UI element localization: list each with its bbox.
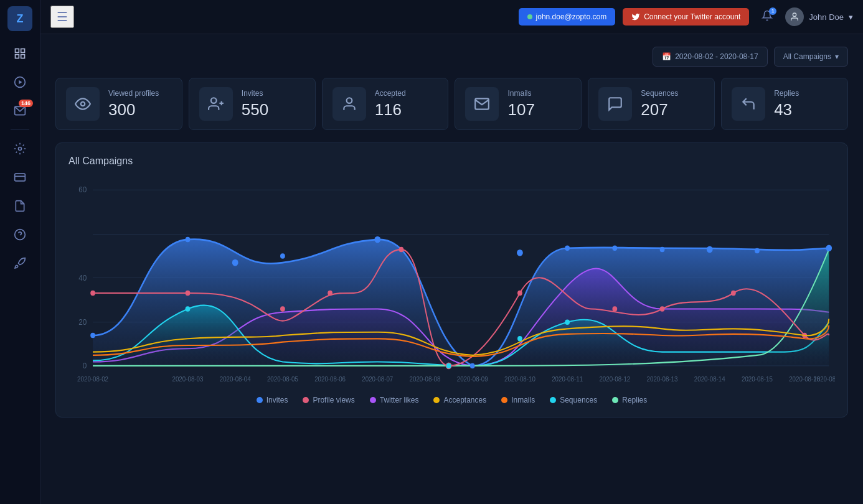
sidebar-item-settings[interactable] [6,136,34,161]
svg-text:2020-08-15: 2020-08-15 [742,376,773,383]
svg-text:60: 60 [78,185,87,195]
svg-point-46 [612,246,617,251]
date-range-button[interactable]: 📅 2020-08-02 - 2020-08-17 [653,47,767,67]
legend-invites: Invites [257,396,288,404]
stat-card-invites: Invites 550 [189,78,316,130]
svg-text:2020-08-13: 2020-08-13 [647,376,678,383]
svg-text:2020-08-11: 2020-08-11 [552,376,583,383]
svg-text:2020-08-06: 2020-08-06 [314,376,346,383]
viewed-label: Viewed profiles [108,89,159,98]
sidebar-item-billing[interactable] [6,165,34,190]
legend-invites-label: Invites [266,396,288,404]
accepted-icon-box [332,87,366,121]
svg-point-52 [446,363,451,369]
svg-point-42 [374,236,380,243]
user-name: John Doe [809,12,844,22]
stat-info-accepted: Accepted 116 [375,89,406,119]
chart-wrap: 60 40 20 0 [68,177,835,388]
notification-badge: 1 [769,7,776,15]
sequences-value: 207 [641,100,678,119]
svg-point-39 [186,237,191,243]
svg-text:0: 0 [83,362,87,371]
svg-point-27 [90,291,95,296]
svg-point-7 [19,147,22,151]
user-menu-button[interactable]: John Doe ▾ [785,7,853,26]
sidebar-item-docs[interactable] [6,194,34,218]
svg-text:20: 20 [78,318,87,327]
campaign-filter-button[interactable]: All Campaigns ▾ [774,47,848,67]
page-content: 📅 2020-08-02 - 2020-08-17 All Campaigns … [40,34,863,504]
sidebar-item-dashboard[interactable] [6,41,34,66]
svg-marker-5 [19,80,22,85]
svg-point-35 [660,306,665,312]
stat-card-accepted: Accepted 116 [322,78,449,130]
twitter-label: Connect your Twitter account [644,12,740,21]
svg-point-36 [731,291,736,296]
svg-point-54 [565,320,570,325]
legend-profile-views-dot [303,397,309,403]
user-dropdown-icon: ▾ [849,12,853,22]
svg-rect-2 [16,55,19,58]
svg-rect-3 [21,55,25,58]
legend-twitter-likes-dot [370,397,376,403]
legend-twitter-likes-label: Twitter likes [380,396,419,404]
svg-text:2020-08-03: 2020-08-03 [172,376,204,383]
svg-text:2020-08-10: 2020-08-10 [504,376,535,383]
sidebar-item-mail[interactable]: 146 [6,98,34,123]
inmails-value: 107 [507,100,534,119]
svg-text:2020-08-17: 2020-08-17 [813,376,835,383]
stat-info-invites: Invites 550 [242,89,268,119]
invites-value: 550 [242,100,268,119]
legend-profile-views-label: Profile views [313,396,354,404]
stat-info-sequences: Sequences 207 [641,89,678,119]
legend-inmails-dot [501,397,507,403]
campaign-label: All Campaigns [783,52,831,61]
svg-text:2020-08-14: 2020-08-14 [694,376,725,383]
replies-label: Replies [774,89,799,98]
svg-point-13 [81,102,85,106]
legend-sequences-label: Sequences [560,396,597,404]
svg-point-45 [565,246,570,251]
email-label: john.doe@zopto.com [536,12,607,21]
svg-point-51 [186,306,191,312]
notifications-button[interactable]: 1 [757,7,778,27]
svg-text:2020-08-02: 2020-08-02 [77,376,108,383]
menu-button[interactable]: ☰ [50,6,74,28]
sidebar-item-rocket[interactable] [6,251,34,276]
svg-text:40: 40 [78,273,87,282]
viewed-value: 300 [108,100,159,119]
svg-point-33 [517,291,522,296]
svg-point-50 [826,245,832,251]
legend-acceptances-dot [433,397,440,403]
stat-card-replies: Replies 43 [721,78,848,130]
replies-value: 43 [774,100,799,119]
twitter-icon [631,12,640,21]
eye-icon [75,96,91,112]
calendar-icon: 📅 [662,52,671,61]
sidebar-item-play[interactable] [6,70,34,95]
legend-replies-label: Replies [622,396,647,404]
stat-info-inmails: Inmails 107 [507,89,534,119]
email-account-button[interactable]: john.doe@zopto.com [519,8,616,26]
legend-sequences: Sequences [550,396,597,404]
main-chart: 60 40 20 0 [68,177,835,388]
twitter-connect-button[interactable]: Connect your Twitter account [623,8,749,26]
svg-point-53 [517,336,522,342]
email-status-dot [527,14,532,19]
invites-icon-box [199,87,233,121]
topbar: ☰ john.doe@zopto.com Connect your Twitte… [40,0,863,34]
stat-info-replies: Replies 43 [774,89,799,119]
svg-point-41 [280,253,285,259]
svg-point-47 [660,247,665,253]
reply-icon [740,96,757,112]
sidebar-divider [11,129,29,130]
stat-card-sequences: Sequences 207 [588,78,715,130]
svg-point-38 [90,333,95,338]
stat-card-viewed: Viewed profiles 300 [55,78,182,130]
sidebar-item-help[interactable] [6,222,34,247]
app-logo[interactable]: Z [7,6,32,31]
svg-point-30 [328,291,332,296]
legend-acceptances-label: Acceptances [443,396,486,404]
mail-icon [474,96,490,112]
stat-info-viewed: Viewed profiles 300 [108,89,159,119]
